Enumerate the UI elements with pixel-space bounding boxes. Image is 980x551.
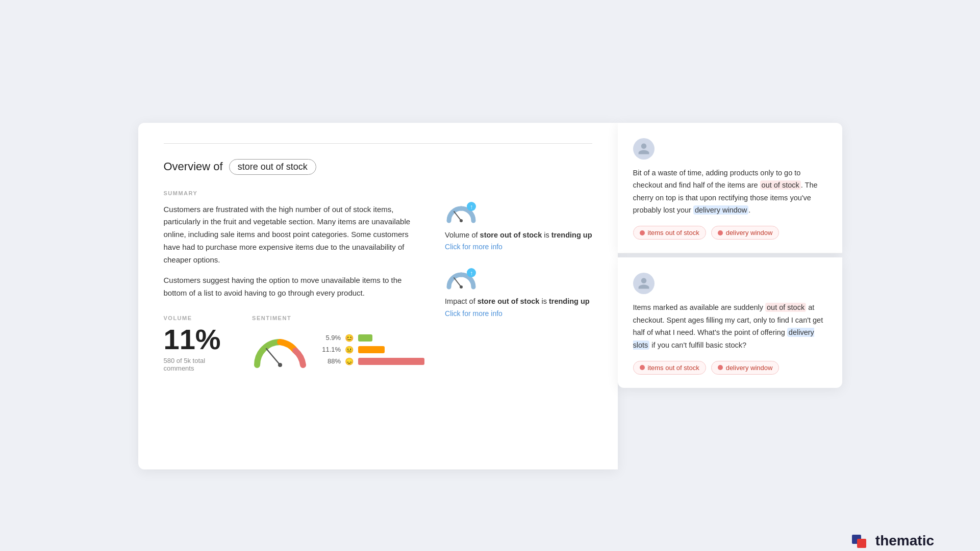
review-card-2: Items marked as available are suddenly o…: [618, 257, 842, 388]
summary-paragraph2: Customers suggest having the option to m…: [164, 274, 425, 300]
svg-point-3: [460, 219, 463, 222]
overview-label: Overview of: [164, 160, 223, 173]
bar-row-neutral: 11.1% 😐: [320, 346, 424, 354]
metrics-row: VOLUME 11% 580 of 5k total comments SENT…: [164, 315, 425, 372]
tag-dot-2b: [718, 365, 723, 370]
tag-dot-1a: [640, 230, 645, 235]
overview-title-row: Overview of store out of stock: [164, 159, 592, 175]
review-text-1: Bit of a waste of time, adding products …: [633, 167, 827, 217]
tag-items-out-of-stock-1[interactable]: items out of stock: [633, 226, 706, 240]
svg-text:↑: ↑: [470, 203, 473, 211]
tag-label-2a: items out of stock: [648, 364, 699, 372]
highlight-delivery-slots-2: delivery slots: [633, 328, 814, 350]
logo-area: thematic: [851, 531, 934, 551]
highlight-delivery-window-1: delivery window: [693, 205, 748, 215]
bar-pct-neutral: 11.1%: [320, 346, 341, 353]
trend-column: ↑ Volume of store out of stock is trendi…: [445, 190, 592, 319]
summary-paragraph1: Customers are frustrated with the high n…: [164, 203, 425, 267]
review-card-1: Bit of a waste of time, adding products …: [618, 123, 842, 254]
svg-text:↑: ↑: [470, 270, 473, 277]
tag-items-out-of-stock-2[interactable]: items out of stock: [633, 361, 706, 375]
avatar-1: [633, 138, 655, 160]
bar-emoji-negative: 😞: [345, 357, 354, 365]
bar-row-positive: 5.9% 😊: [320, 334, 424, 342]
click-more-2[interactable]: Click for more info: [445, 309, 502, 318]
highlight-out-of-stock-2: out of stock: [765, 303, 806, 312]
svg-line-2: [454, 212, 461, 221]
tag-label-1a: items out of stock: [648, 229, 699, 237]
bar-fill-positive: [358, 334, 372, 342]
bar-fill-neutral: [358, 346, 385, 353]
topic-badge: store out of stock: [229, 159, 316, 175]
trend-card-volume: ↑ Volume of store out of stock is trendi…: [445, 200, 592, 252]
trend-card-impact: ↑ Impact of store out of stock is trendi…: [445, 267, 592, 318]
trend-label-2: Impact of store out of stock is trending…: [445, 296, 592, 307]
sentiment-section: SENTIMENT: [252, 315, 424, 370]
tag-label-2b: delivery window: [726, 364, 773, 372]
content-with-trend: SUMMARY Customers are frustrated with th…: [164, 190, 592, 372]
volume-percentage: 11%: [164, 325, 222, 354]
trend-icon-row-1: ↑: [445, 200, 592, 226]
right-panels: Bit of a waste of time, adding products …: [618, 123, 842, 390]
tags-row-1: items out of stock delivery window: [633, 226, 827, 240]
tag-dot-2a: [640, 365, 645, 370]
user-icon-2: [637, 277, 650, 290]
speedometer-icon-2: ↑: [445, 267, 478, 292]
card-top-divider: [164, 143, 592, 144]
svg-line-0: [266, 349, 280, 365]
review-text-2: Items marked as available are suddenly o…: [633, 301, 827, 352]
bar-emoji-positive: 😊: [345, 334, 354, 342]
bar-emoji-neutral: 😐: [345, 346, 354, 354]
sentiment-bars: 5.9% 😊 11.1% 😐: [320, 334, 424, 365]
click-more-1[interactable]: Click for more info: [445, 243, 502, 251]
tags-row-2: items out of stock delivery window: [633, 361, 827, 375]
svg-rect-11: [857, 539, 866, 548]
bar-pct-negative: 88%: [320, 357, 341, 365]
tag-label-1b: delivery window: [726, 229, 773, 237]
user-icon-1: [637, 142, 650, 155]
svg-line-6: [454, 278, 461, 287]
bar-pct-positive: 5.9%: [320, 334, 341, 342]
tag-delivery-window-1[interactable]: delivery window: [711, 226, 780, 240]
gauge-svg: [252, 329, 308, 370]
svg-point-7: [460, 285, 463, 288]
bar-fill-negative: [358, 358, 424, 365]
tag-delivery-window-2[interactable]: delivery window: [711, 361, 780, 375]
bar-row-negative: 88% 😞: [320, 357, 424, 365]
left-content: SUMMARY Customers are frustrated with th…: [164, 190, 425, 372]
logo-text: thematic: [875, 533, 934, 549]
tag-dot-1b: [718, 230, 723, 235]
outer-container: Overview of store out of stock SUMMARY C…: [138, 123, 842, 469]
thematic-logo-icon: [851, 531, 871, 551]
svg-point-1: [278, 363, 282, 367]
speedometer-icon-1: ↑: [445, 200, 478, 226]
trend-icon-row-2: ↑: [445, 267, 592, 292]
page-wrapper: Overview of store out of stock SUMMARY C…: [20, 20, 960, 551]
gauge-row: 5.9% 😊 11.1% 😐: [252, 329, 424, 370]
sentiment-label: SENTIMENT: [252, 315, 424, 321]
volume-sub: 580 of 5k total comments: [164, 357, 222, 372]
main-card: Overview of store out of stock SUMMARY C…: [138, 123, 618, 469]
volume-section: VOLUME 11% 580 of 5k total comments: [164, 315, 222, 372]
volume-label: VOLUME: [164, 315, 222, 321]
gauge-container: [252, 329, 308, 370]
highlight-out-of-stock-1: out of stock: [760, 180, 801, 190]
avatar-2: [633, 273, 655, 294]
trend-label-1: Volume of store out of stock is trending…: [445, 230, 592, 241]
summary-label: SUMMARY: [164, 190, 425, 196]
